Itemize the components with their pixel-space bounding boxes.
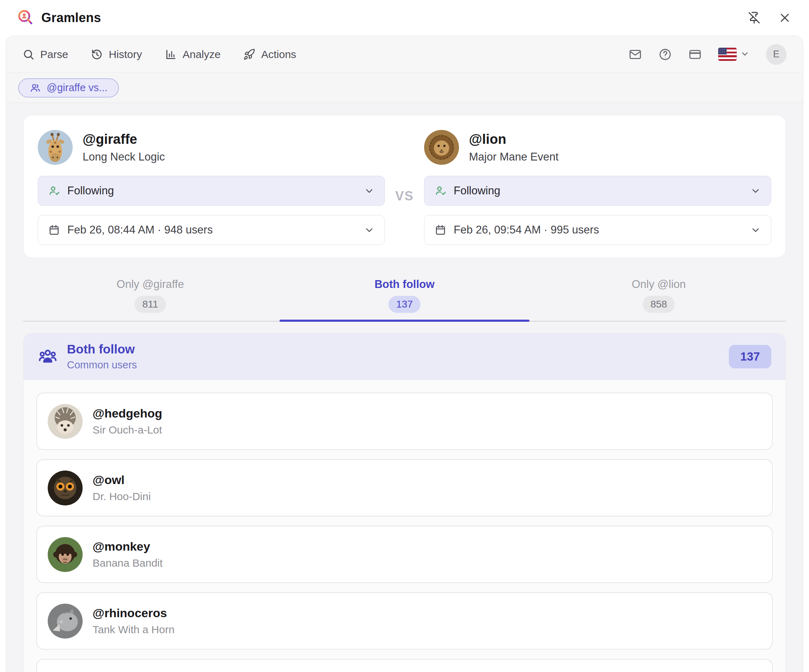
calendar-icon [435, 224, 446, 236]
tab-count-badge: 811 [134, 296, 166, 313]
avatar-rhinoceros [48, 604, 82, 638]
list-item-display-name: Banana Bandit [92, 557, 163, 569]
profile-header: @giraffe Long Neck Logic [38, 127, 385, 167]
section-count-badge: 137 [729, 345, 771, 369]
gramlens-logo-icon [17, 8, 35, 27]
snapshot-value: Feb 26, 09:54 AM · 995 users [454, 223, 743, 236]
profile-names: @giraffe Long Neck Logic [82, 132, 165, 163]
profile-display-name: Long Neck Logic [82, 151, 165, 163]
list-item-monkey[interactable]: @monkey Banana Bandit [36, 526, 773, 583]
search-icon [22, 49, 35, 60]
result-tabs: Only @giraffe 811 Both follow 137 Only @… [23, 276, 786, 322]
profile-header: @lion Major Mane Event [424, 127, 771, 167]
avatar-hedgehog [48, 404, 82, 439]
tab-only-giraffe[interactable]: Only @giraffe 811 [23, 276, 277, 321]
nav-item-parse[interactable]: Parse [22, 49, 68, 60]
vs-cell: VS [388, 127, 421, 245]
section-titles: Both follow Common users [67, 342, 137, 371]
list-item-names: @rhinoceros Tank With a Horn [92, 606, 175, 636]
us-flag-icon [718, 48, 737, 61]
mail-icon[interactable] [628, 48, 642, 61]
snapshot-select-left[interactable]: Feb 26, 08:44 AM · 948 users [38, 215, 385, 245]
avatar-lion [424, 130, 459, 165]
tab-count-badge: 858 [643, 296, 675, 313]
group-icon [38, 347, 58, 367]
list-item-owl[interactable]: @owl Dr. Hoo-Dini [36, 459, 773, 516]
profile-names: @lion Major Mane Event [469, 132, 559, 163]
list-item-names: @hedgehog Sir Ouch-a-Lot [92, 407, 162, 436]
main-panel: Parse History Analyze [6, 35, 803, 672]
title-bar: Gramlens [0, 0, 809, 35]
profile-username: @giraffe [82, 132, 165, 147]
help-icon[interactable] [658, 48, 672, 61]
section-subtitle: Common users [67, 359, 137, 371]
chevron-down-icon [740, 49, 750, 60]
profile-display-name: Major Mane Event [469, 151, 559, 163]
nav-item-analyze[interactable]: Analyze [165, 49, 221, 60]
list-item-display-name: Sir Ouch-a-Lot [92, 424, 162, 436]
rocket-icon [243, 49, 255, 60]
list-item-display-name: Tank With a Horn [92, 623, 175, 636]
profile-column-right: @lion Major Mane Event Following [424, 127, 771, 245]
list-item-partial[interactable] [36, 659, 773, 672]
comparison-chip[interactable]: @giraffe vs... [18, 78, 119, 97]
profile-column-left: @giraffe Long Neck Logic Following [38, 127, 385, 245]
list-type-value: Following [67, 184, 357, 197]
chevron-down-icon [364, 186, 374, 196]
list-item-username: @monkey [92, 540, 163, 553]
nav-item-label: Actions [261, 49, 296, 60]
list-item-display-name: Dr. Hoo-Dini [92, 491, 151, 503]
unpin-icon[interactable] [746, 10, 762, 26]
section-header: Both follow Common users 137 [23, 333, 786, 380]
section-title: Both follow [67, 342, 137, 356]
user-avatar-initial: E [773, 49, 779, 60]
nav-item-label: History [109, 49, 142, 60]
chevron-down-icon [364, 225, 374, 235]
user-check-icon [48, 185, 60, 197]
list-item-username: @hedgehog [92, 407, 162, 421]
tab-only-lion[interactable]: Only @lion 858 [532, 276, 786, 321]
tab-label: Both follow [374, 278, 435, 291]
nav-item-actions[interactable]: Actions [243, 49, 296, 60]
list-item-hedgehog[interactable]: @hedgehog Sir Ouch-a-Lot [36, 392, 773, 450]
list-type-select-right[interactable]: Following [424, 176, 771, 206]
close-icon[interactable] [777, 10, 792, 26]
vs-label: VS [395, 189, 414, 245]
session-chip-row: @giraffe vs... [6, 73, 803, 103]
list-item-names: @owl Dr. Hoo-Dini [92, 473, 151, 503]
tab-label: Only @giraffe [116, 278, 184, 291]
history-icon [91, 49, 103, 60]
users-icon [30, 82, 41, 94]
list-item-rhinoceros[interactable]: @rhinoceros Tank With a Horn [36, 592, 773, 650]
snapshot-select-right[interactable]: Feb 26, 09:54 AM · 995 users [424, 215, 771, 245]
comparison-chip-label: @giraffe vs... [47, 82, 107, 94]
language-selector[interactable] [718, 48, 750, 61]
nav-item-label: Analyze [183, 49, 221, 60]
bar-chart-icon [165, 49, 177, 60]
user-check-icon [435, 185, 446, 197]
app-title: Gramlens [41, 10, 101, 25]
tab-both-follow[interactable]: Both follow 137 [277, 276, 532, 321]
nav-bar: Parse History Analyze [6, 36, 803, 73]
user-avatar[interactable]: E [766, 44, 787, 65]
nav-item-label: Parse [40, 49, 68, 60]
avatar-owl [48, 471, 82, 505]
list-item-names: @monkey Banana Bandit [92, 540, 163, 569]
avatar-giraffe [38, 130, 73, 165]
nav-item-history[interactable]: History [91, 49, 142, 60]
list-type-value: Following [454, 184, 743, 197]
snapshot-value: Feb 26, 08:44 AM · 948 users [67, 223, 357, 236]
avatar-monkey [48, 537, 82, 572]
app-window: Gramlens Parse [0, 0, 809, 672]
chevron-down-icon [750, 186, 761, 196]
list-item-username: @owl [92, 473, 151, 487]
list-type-select-left[interactable]: Following [38, 176, 385, 206]
billing-card-icon[interactable] [688, 48, 702, 61]
both-follow-section: Both follow Common users 137 [23, 333, 786, 672]
comparison-card: @giraffe Long Neck Logic Following [23, 115, 786, 258]
nav-right-icons: E [628, 44, 787, 65]
profile-username: @lion [469, 132, 559, 147]
list-item-username: @rhinoceros [92, 606, 175, 620]
common-users-list: @hedgehog Sir Ouch-a-Lot [23, 380, 786, 672]
tab-count-badge: 137 [388, 296, 421, 313]
